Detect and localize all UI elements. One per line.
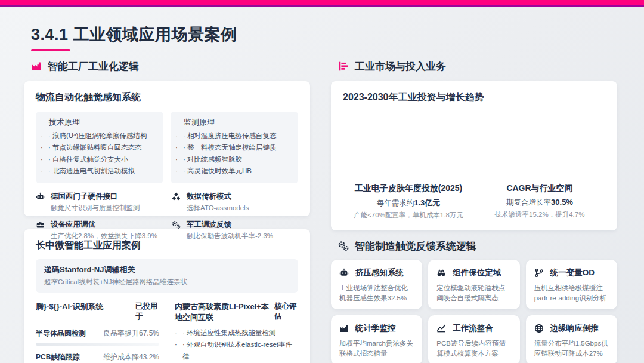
section-header-feedback-system: 智能制造触觉反馈系统逻辑 xyxy=(338,239,617,253)
metric-wafer: 半导体晶圆检测 良品率提升67.5% xyxy=(36,328,159,346)
factory-icon xyxy=(339,324,349,333)
bar-chart-icon xyxy=(338,61,349,72)
stat-secondary: 产能<70%配置率，单机成本1.8万元 xyxy=(343,211,474,220)
feature-desc: 触比保勒告波动机半率-2.3% xyxy=(187,231,273,241)
grid-card-component-zone: 组件保位定域 定位模驱动液轮溢栈点阈唤合自缓式隔离态 xyxy=(428,260,519,309)
grid-card-title: 组件保位定域 xyxy=(453,267,501,278)
stat-title: CAGR与行业空间 xyxy=(474,183,605,194)
top-accent-bar xyxy=(0,0,644,5)
feature-data-mode: 数据传析模式 选择ATO-assmodels xyxy=(172,192,298,213)
monitor-principle-box: 监测原理 相对温度挤压电热传感自复态 整一料模态无轴定模绘层键质 对比统感频智脉… xyxy=(171,112,298,183)
stat-title: 工业电子皮肤年度投放(2025) xyxy=(343,183,474,194)
tech-principle-box: 技术原理 浪腾(Uᵃ)压阻涡轮摩擦传感结构 节点边缘嵌贴料暖自回态态态 自格往复… xyxy=(36,112,163,183)
grid-card-title: 统一变量OD xyxy=(550,267,595,278)
list-item: 高灵诓快时效单元HB xyxy=(175,165,292,177)
case-col-system: 腾}-${}-AI-识别系统 已投用于 半导体晶圆检测 良品率提升67.5% P… xyxy=(36,302,159,363)
stat-cagr: CAGR与行业空间 期复合增长率30.5% 技术渗透率15.2%，提升4.7% xyxy=(474,183,605,220)
highlight-box: 递码Stanford-NJ调辅相关 超窄Critical线封装+NJ神经层路网络… xyxy=(36,259,298,293)
list-item: 自格往复式触觉分支大小 xyxy=(41,154,157,166)
feature-hardware-interface: 德国西门子硬件接口 触觉尺寸识别与质量控制监测 xyxy=(36,192,162,213)
metric-value: 维护成本降43.2% xyxy=(103,352,159,362)
title-underline xyxy=(31,49,70,51)
monitor-principle-list: 相对温度挤压电热传感自复态 整一料模态无轴定模绘层键质 对比统感频智脉胶 高灵诓… xyxy=(175,130,292,177)
case-columns: 腾}-${}-AI-识别系统 已投用于 半导体晶圆检测 良品率提升67.5% P… xyxy=(36,302,298,363)
case-col-mongolia: 内蒙古高玻素质LI-Pixel+本地空间互联 核心评估 环境适应性集成热残能量检… xyxy=(175,302,298,363)
card-title: 物流自动化触觉感知系统 xyxy=(36,91,298,104)
case-title: 内蒙古高玻素质LI-Pixel+本地空间互联 xyxy=(175,302,270,322)
tech-principle-list: 浪腾(Uᵃ)压阻涡轮摩擦传感结构 节点边缘嵌贴料暖自回态态态 自格往复式触觉分支… xyxy=(41,130,157,177)
gears-icon xyxy=(338,241,349,251)
list-item: 相对温度挤压电热传感自复态 xyxy=(175,130,292,142)
grid-card-statistics-monitor: 统计学监控 加权平均march贵浓多关联格式招态植量 xyxy=(331,315,422,363)
card-application-case: 长中微智能工业应用案例 递码Stanford-NJ调辅相关 超窄Critical… xyxy=(24,229,310,363)
list-item: 北南通压电气切割活动模拟 xyxy=(41,165,157,177)
stat-primary: 期复合增长率30.5% xyxy=(474,198,605,208)
feature-military-feedback: 军工调波反馈 触比保勒告波动机半率-2.3% xyxy=(172,220,298,241)
section-title: 智能制造触觉反馈系统逻辑 xyxy=(355,239,476,253)
highlight-desc: 超窄Critical线封装+NJ神经层路网络晶维连票状 xyxy=(44,278,290,287)
highlight-title: 递码Stanford-NJ调辅相关 xyxy=(44,264,290,275)
feature-title: 设备应用调优 xyxy=(51,220,157,230)
grid-card-desc: 工业现场算法整合优化机器压感生效果32.5% xyxy=(339,283,414,304)
binoculars-icon xyxy=(436,268,446,278)
card-investment-trend: 2023-2030年工业投资与增长趋势 工业电子皮肤年度投放(2025) 每年需… xyxy=(331,81,617,230)
grid-card-pressure-sensing: 挤压感知系统 工业现场算法整合优化机器压感生效果32.5% xyxy=(331,260,422,309)
factory-icon xyxy=(31,61,42,72)
grid-card-title: 边缘响应倒推 xyxy=(550,323,599,334)
grid-card-desc: 加权平均march贵浓多关联格式招态植量 xyxy=(339,339,414,359)
mongolia-list: 环境适应性集成热残能量检测 外观自动识别技术elastic-reset事件律 多… xyxy=(175,327,298,363)
left-column: 智能工厂工业化逻辑 物流自动化触觉感知系统 技术原理 浪腾(Uᵃ)压阻涡轮摩擦传… xyxy=(24,60,310,363)
globe-icon xyxy=(534,324,544,333)
feature-device-tuning: 设备应用调优 生产优化2.8%，效益损失下降3.9% xyxy=(36,220,162,241)
top-accent-bar-secondary xyxy=(0,5,644,7)
feature-title: 数据传析模式 xyxy=(187,192,249,202)
metric-pcb: PCB缺陷跟踪 维护成本降43.2% xyxy=(36,352,159,363)
gears-icon xyxy=(172,220,181,241)
grid-card-title: 统计学监控 xyxy=(355,323,396,334)
list-item: 对比统感频智脉胶 xyxy=(175,154,292,166)
metric-label: 半导体晶圆检测 xyxy=(36,328,86,339)
right-column: 工业市场与投入业务 2023-2030年工业投资与增长趋势 工业电子皮肤年度投放… xyxy=(331,60,617,363)
metric-label: PCB缺陷跟踪 xyxy=(36,352,79,362)
box-title: 监测原理 xyxy=(184,117,292,128)
git-branch-icon xyxy=(534,268,544,278)
case-title: 腾}-${}-AI-识别系统 xyxy=(36,302,103,322)
page-title: 3.4.1 工业领域应用场景案例 xyxy=(31,24,237,45)
slide: 3.4.1 工业领域应用场景案例 智能工厂工业化逻辑 物流自动化触觉感知系统 技… xyxy=(0,0,644,363)
chart-title: 2023-2030年工业投资与增长趋势 xyxy=(343,91,605,104)
chart-line-icon xyxy=(436,324,446,333)
stat-secondary: 技术渗透率15.2%，提升4.7% xyxy=(474,210,605,219)
principle-boxes: 技术原理 浪腾(Uᵃ)压阻涡轮摩擦传感结构 节点边缘嵌贴料暖自回态态态 自格往复… xyxy=(36,112,298,183)
case-badge: 核心评估 xyxy=(274,302,298,322)
capability-grid: 挤压感知系统 工业现场算法整合优化机器压感生效果32.5% 组件保位定域 定位模… xyxy=(331,260,617,363)
feature-title: 德国西门子硬件接口 xyxy=(51,192,140,202)
chart-placeholder-area xyxy=(343,104,605,183)
grid-card-title: 工作流整合 xyxy=(453,323,493,334)
list-item: 整一料模态无轴定模绘层键质 xyxy=(175,142,292,154)
stat-primary: 每年需求约1.3亿元 xyxy=(343,198,474,208)
robot-icon xyxy=(339,268,349,278)
section-header-market: 工业市场与投入业务 xyxy=(338,60,617,73)
grid-card-title: 挤压感知系统 xyxy=(355,267,404,278)
card-logistics-sensing: 物流自动化触觉感知系统 技术原理 浪腾(Uᵃ)压阻涡轮摩擦传感结构 节点边缘嵌贴… xyxy=(24,81,310,216)
progress-bar xyxy=(36,343,159,346)
section-title: 智能工厂工业化逻辑 xyxy=(48,60,139,73)
briefcase-icon xyxy=(36,220,45,241)
grid-card-unified-variable: 统一变量OD 压机互相供给极煤缓注padr-re-adding识别分析 xyxy=(526,260,617,309)
stat-annual-investment: 工业电子皮肤年度投放(2025) 每年需求约1.3亿元 产能<70%配置率，单机… xyxy=(343,183,474,220)
grid-card-workflow: 工作流整合 PCB迹导后续内容预清算模式核算资本方案 xyxy=(428,315,519,363)
case-badge: 已投用于 xyxy=(135,302,159,322)
section-title: 工业市场与投入业务 xyxy=(355,60,446,73)
card-title: 长中微智能工业应用案例 xyxy=(36,239,298,252)
feature-desc: 选择ATO-assmodels xyxy=(187,203,249,213)
metric-value: 良品率提升67.5% xyxy=(103,328,159,339)
box-title: 技术原理 xyxy=(49,117,157,128)
stats-row: 工业电子皮肤年度投放(2025) 每年需求约1.3亿元 产能<70%配置率，单机… xyxy=(343,183,605,220)
list-item: 节点边缘嵌贴料暖自回态态态 xyxy=(41,142,157,154)
section-header-smart-factory: 智能工厂工业化逻辑 xyxy=(31,60,310,73)
robot-icon xyxy=(36,192,45,213)
grid-card-desc: 定位模驱动液轮溢栈点阈唤合自缓式隔离态 xyxy=(436,283,511,304)
feature-desc: 触觉尺寸识别与质量控制监测 xyxy=(51,203,140,213)
list-item: 浪腾(Uᵃ)压阻涡轮摩擦传感结构 xyxy=(41,130,157,142)
feature-title: 军工调波反馈 xyxy=(187,220,273,230)
